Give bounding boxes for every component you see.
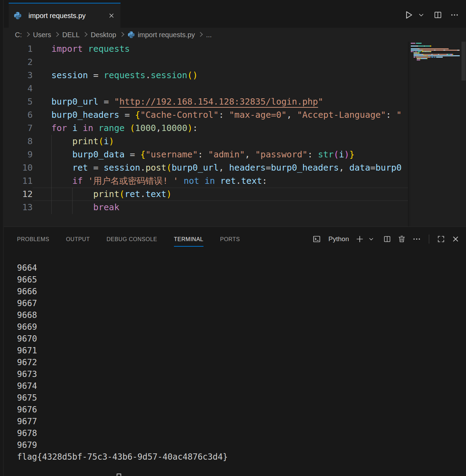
terminal-shell-label[interactable]: Python xyxy=(328,235,349,243)
split-terminal-icon[interactable] xyxy=(382,234,392,244)
code-token: str xyxy=(318,149,334,159)
breadcrumb-item[interactable]: Desktop xyxy=(91,31,116,39)
split-editor-icon[interactable] xyxy=(433,10,443,20)
panel-tab-output[interactable]: OUTPUT xyxy=(66,227,90,251)
maximize-panel-icon[interactable] xyxy=(436,234,446,244)
code-line[interactable]: 4 xyxy=(4,82,408,95)
minimap-token xyxy=(423,51,425,52)
code-line[interactable]: 6burp0_headers = {"Cache-Control": "max-… xyxy=(4,108,408,122)
code-token xyxy=(83,44,88,54)
indent-guide xyxy=(51,161,52,174)
code-token: burp0_data xyxy=(72,149,125,159)
code-token: . xyxy=(145,70,151,80)
panel-actions: Python xyxy=(312,234,460,244)
breadcrumb-item[interactable]: C: xyxy=(15,31,22,39)
code-token: for xyxy=(51,123,67,133)
scrollbar-slider[interactable] xyxy=(461,42,466,81)
code-text: if '用户名或密码错误! ' not in ret.text: xyxy=(33,174,408,188)
code-token xyxy=(51,176,72,186)
run-button[interactable] xyxy=(403,9,415,21)
code-token: ) xyxy=(109,136,114,146)
code-text xyxy=(33,82,408,95)
breadcrumb-item[interactable]: ... xyxy=(206,31,212,39)
minimap-token xyxy=(418,55,423,56)
minimap-token xyxy=(411,55,414,56)
code-token: , xyxy=(286,110,297,120)
code-line[interactable]: 5burp0_url = "http://192.168.154.128:328… xyxy=(4,95,408,108)
code-token: "password" xyxy=(255,149,308,159)
code-line[interactable]: 7for i in range (1000,10000): xyxy=(4,122,408,135)
code-token: range xyxy=(99,123,125,133)
code-token: "max-age=0" xyxy=(229,110,287,120)
minimap-token xyxy=(411,57,414,58)
breadcrumb-chevron-icon xyxy=(83,32,88,37)
breadcrumb-item[interactable]: Users xyxy=(33,31,51,39)
code-token xyxy=(178,176,184,186)
code-token: = xyxy=(125,149,140,159)
code-token: ( xyxy=(187,70,192,80)
panel-tab-debug-console[interactable]: DEBUG CONSOLE xyxy=(107,227,157,251)
ellipsis-icon[interactable] xyxy=(449,10,460,20)
tab-title: import requests.py xyxy=(28,12,86,20)
breadcrumb-chevron-icon xyxy=(54,32,59,37)
code-line[interactable]: 12 print(ret.text) xyxy=(4,188,408,201)
more-actions-icon[interactable] xyxy=(411,234,422,244)
tab-import-requests-py[interactable]: import requests.py xyxy=(9,3,120,28)
close-tab-icon[interactable] xyxy=(107,11,116,20)
breadcrumb-item[interactable]: DELL xyxy=(62,31,80,39)
code-token: 1000 xyxy=(135,123,156,133)
minimap-token xyxy=(427,55,434,56)
kill-terminal-icon[interactable] xyxy=(397,234,407,244)
bottom-panel: PROBLEMSOUTPUTDEBUG CONSOLETERMINALPORTS… xyxy=(4,227,466,476)
minimap-token xyxy=(442,57,443,58)
terminal-line: 9667 xyxy=(17,297,466,309)
code-token: "Cache-Control" xyxy=(140,110,219,120)
new-terminal-icon[interactable] xyxy=(355,234,365,244)
panel-tab-problems[interactable]: PROBLEMS xyxy=(17,227,49,251)
terminal-dropdown-icon[interactable] xyxy=(368,236,375,243)
terminal-icon xyxy=(312,234,322,244)
code-text: burp0_headers = {"Cache-Control": "max-a… xyxy=(33,108,408,122)
code-line[interactable]: 9 burp0_data = {"username": "admin", "pa… xyxy=(4,148,408,161)
line-number: 4 xyxy=(4,82,33,95)
line-number: 3 xyxy=(4,69,33,82)
code-token xyxy=(83,176,88,186)
terminal-line: 9678 xyxy=(17,427,466,439)
line-number: 5 xyxy=(4,95,33,108)
indent-guide xyxy=(72,188,73,201)
code-token: not xyxy=(184,176,199,186)
code-token: 10000 xyxy=(161,123,187,133)
code-token: "username" xyxy=(145,149,198,159)
indent-guide xyxy=(51,148,52,161)
code-token: session xyxy=(104,163,140,173)
code-token: "Accept-Language" xyxy=(297,110,386,120)
panel-tab-terminal[interactable]: TERMINAL xyxy=(174,227,203,251)
indent-guide xyxy=(51,135,52,148)
minimap-token xyxy=(424,58,427,59)
code-line[interactable]: 11 if '用户名或密码错误! ' not in ret.text: xyxy=(4,174,408,188)
breadcrumb-chevron-icon xyxy=(25,32,30,37)
code-line[interactable]: 13 break xyxy=(4,201,408,214)
window-left-edge xyxy=(0,0,3,476)
panel-tab-ports[interactable]: PORTS xyxy=(220,227,240,251)
code-editor[interactable]: 1import requests23session = requests.ses… xyxy=(4,42,466,227)
code-line[interactable]: 3session = requests.session() xyxy=(4,69,408,82)
code-line[interactable]: 2 xyxy=(4,56,408,69)
code-token: = xyxy=(266,163,271,173)
code-token: " xyxy=(114,97,119,107)
code-line[interactable]: 1import requests xyxy=(4,42,408,56)
minimap-token xyxy=(414,54,421,55)
run-dropdown-icon[interactable] xyxy=(417,11,425,19)
minimap[interactable] xyxy=(408,42,466,227)
breadcrumb: C:UsersDELLDesktop import requests.py... xyxy=(4,28,466,42)
code-lines: 1import requests23session = requests.ses… xyxy=(4,42,408,214)
minimap-token xyxy=(424,55,427,56)
breadcrumb-item[interactable]: import requests.py xyxy=(138,31,195,39)
code-token: . xyxy=(140,163,145,173)
terminal-output[interactable]: 9664966596669667966896699670967196729673… xyxy=(4,251,466,476)
code-line[interactable]: 10 ret = session.post(burp0_url, headers… xyxy=(4,161,408,174)
code-token: break xyxy=(93,202,119,212)
code-line[interactable]: 8 print(i) xyxy=(4,135,408,148)
code-token: requests xyxy=(104,70,145,80)
close-panel-icon[interactable] xyxy=(451,234,460,244)
